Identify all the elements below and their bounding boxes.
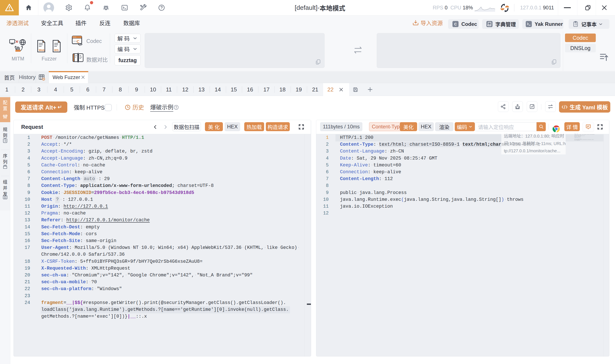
svg-text:Web: Web (39, 49, 45, 52)
svg-text:WS: WS (54, 49, 59, 52)
svg-text:C: C (77, 39, 79, 44)
svg-text:C: C (454, 22, 457, 26)
